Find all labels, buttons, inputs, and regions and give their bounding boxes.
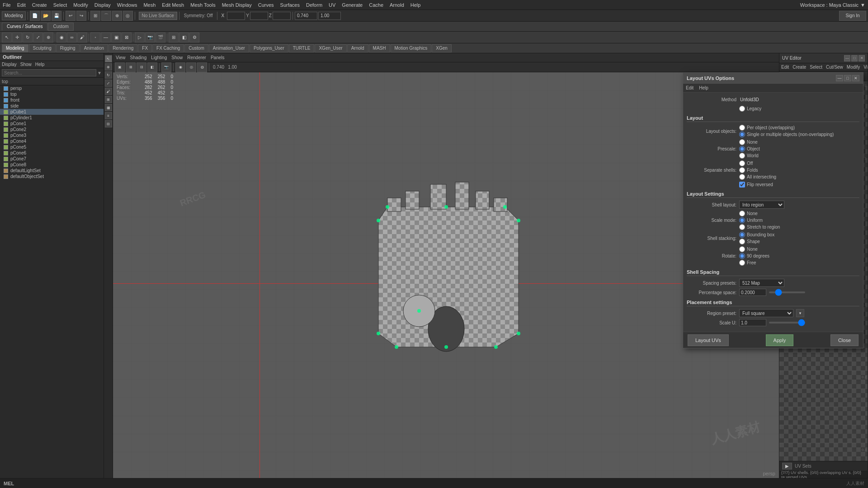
lasso-btn[interactable]: ∞ (67, 33, 77, 42)
radio-single-multiple[interactable]: Single or multiple objects (non-overlapp… (739, 131, 834, 137)
menu-surfaces[interactable]: Surfaces (280, 2, 300, 8)
percentage-space-slider[interactable] (769, 291, 805, 293)
snap-point-btn[interactable]: ⊕ (112, 11, 122, 21)
outliner-item-pcube1[interactable]: pCube1 (0, 109, 104, 115)
vp-menu-view[interactable]: View (116, 55, 126, 60)
component-uv-btn[interactable]: ⊠ (122, 33, 132, 42)
component-face-btn[interactable]: ▣ (111, 33, 121, 42)
dialog-close-btn[interactable]: ✕ (852, 75, 859, 81)
outliner-item-side[interactable]: side (0, 103, 104, 109)
paint-mode-btn[interactable]: 🖌 (105, 88, 112, 95)
vp-menu-renderer[interactable]: Renderer (187, 55, 206, 60)
signin-btn[interactable]: Sign In (839, 11, 866, 21)
universal-tool[interactable]: ⊕ (43, 33, 53, 42)
radio-scale-stretch[interactable]: Stretch to region (739, 224, 780, 230)
radio-scale-stretch-input[interactable] (739, 224, 745, 230)
outliner-menu-help[interactable]: Help (35, 62, 45, 67)
soft-select-btn[interactable]: ◉ (57, 33, 66, 42)
tab-xgen-user[interactable]: XGen_User (315, 44, 346, 52)
layout-uvs-btn[interactable]: Layout UVs (688, 334, 729, 346)
checkbox-flip-input[interactable] (739, 182, 745, 188)
uv-menu-edit[interactable]: Edit (781, 65, 789, 70)
radio-prescale-none-input[interactable] (739, 139, 745, 145)
select-mode-btn[interactable]: ↖ (105, 55, 112, 62)
vp-menu-lighting[interactable]: Lighting (151, 55, 167, 60)
scale-input2[interactable]: 1.00 (318, 12, 341, 20)
menu-file[interactable]: File (3, 2, 11, 8)
move-tool[interactable]: ✛ (12, 33, 22, 42)
tab-polygons-user[interactable]: Polygons_User (250, 44, 288, 52)
vp-icon-4[interactable]: ◧ (147, 62, 157, 72)
search-input[interactable] (2, 69, 96, 76)
menu-curves[interactable]: Curves (258, 2, 274, 8)
menu-create[interactable]: Create (32, 2, 47, 8)
tab-rigging[interactable]: Rigging (56, 44, 80, 52)
uv-menu-view[interactable]: View (863, 65, 868, 70)
vp-shade-3[interactable]: ◍ (197, 62, 207, 72)
uv-editor-maximize[interactable]: □ (851, 55, 858, 61)
menu-arnold[interactable]: Arnold (390, 2, 404, 8)
settings-btn[interactable]: ⚙ (189, 33, 199, 42)
vp-menu-shading[interactable]: Shading (130, 55, 147, 60)
radio-scale-uniform-input[interactable] (739, 217, 745, 223)
dialog-minimize-btn[interactable]: — (836, 75, 843, 81)
radio-per-object-input[interactable] (739, 125, 745, 131)
render-btn[interactable]: 🎬 (156, 33, 165, 42)
uv-menu-create[interactable]: Create (793, 65, 806, 70)
open-btn[interactable]: 📂 (41, 11, 51, 21)
shell-layout-select[interactable]: Into region Entire UV space None (739, 201, 784, 209)
vp-shade-2[interactable]: ◎ (186, 62, 196, 72)
outliner-item-defaultobjectset[interactable]: defaultObjectSet (0, 174, 104, 179)
radio-sep-all-input[interactable] (739, 174, 745, 180)
tab-turtle[interactable]: TURTLE (289, 44, 315, 52)
scale-u-input[interactable] (739, 319, 766, 326)
redo-btn[interactable]: ↪ (76, 11, 86, 21)
radio-stack-bounding-input[interactable] (739, 232, 745, 238)
radio-sep-off-input[interactable] (739, 160, 745, 166)
snap-btn[interactable]: ⊞ (105, 96, 112, 103)
scale-tool[interactable]: ⤢ (33, 33, 43, 42)
tab-fx[interactable]: FX (138, 44, 152, 52)
outliner-item-persp[interactable]: persp (0, 85, 104, 91)
radio-prescale-none[interactable]: None (739, 139, 760, 145)
menu-edit[interactable]: Edit (17, 2, 26, 8)
spacing-presets-select[interactable]: 256 Map 512 Map 1024 Map 2048 Map (739, 279, 784, 287)
vp-shade-1[interactable]: ◉ (175, 62, 185, 72)
uv-editor-close[interactable]: ✕ (859, 55, 865, 61)
outliner-item-top[interactable]: top (0, 91, 104, 97)
radio-scale-none-input[interactable] (739, 211, 745, 216)
menu-mesh-display[interactable]: Mesh Display (222, 2, 252, 8)
radio-prescale-object[interactable]: Object (739, 146, 760, 152)
attr-btn[interactable]: ⊟ (105, 120, 112, 127)
scale-mode-btn[interactable]: ⤢ (105, 80, 112, 87)
close-btn[interactable]: Close (830, 334, 859, 346)
outliner-item-pcone4[interactable]: pCone4 (0, 138, 104, 144)
select-tool[interactable]: ↖ (2, 33, 12, 42)
outliner-item-defaultlightset[interactable]: defaultLightSet (0, 168, 104, 174)
tab-rendering[interactable]: Rendering (108, 44, 137, 52)
tab-arnold[interactable]: Arnold (347, 44, 368, 52)
tab-custom-mode[interactable]: Custom (184, 44, 208, 52)
mode-dropdown[interactable]: Modeling (2, 11, 26, 20)
new-scene-btn[interactable]: 📄 (30, 11, 40, 21)
menu-windows[interactable]: Windows (117, 2, 137, 8)
save-btn[interactable]: 💾 (52, 11, 61, 21)
radio-rotate-none-input[interactable] (739, 246, 745, 252)
outliner-item-pcone8[interactable]: pCone8 (0, 162, 104, 168)
outliner-item-pcone2[interactable]: pCone2 (0, 127, 104, 132)
vp-icon-3[interactable]: ⊟ (137, 62, 146, 72)
snap-live-btn[interactable]: ▷ (135, 33, 145, 42)
radio-sep-off[interactable]: Off (739, 160, 776, 166)
paint-btn[interactable]: 🖌 (77, 33, 87, 42)
radio-stack-bounding[interactable]: Bounding box (739, 232, 774, 238)
outliner-item-pcone1[interactable]: pCone1 (0, 121, 104, 127)
menu-edit-mesh[interactable]: Edit Mesh (162, 2, 184, 8)
radio-prescale-object-input[interactable] (739, 146, 745, 152)
vp-icon-1[interactable]: ▣ (115, 62, 125, 72)
y-input[interactable] (250, 12, 268, 20)
tab-motion-graphics[interactable]: Motion Graphics (391, 44, 432, 52)
scale-input[interactable]: 0.740 (295, 12, 317, 20)
outliner-menu-display[interactable]: Display (2, 62, 17, 67)
menu-generate[interactable]: Generate (342, 2, 363, 8)
outliner-menu-show[interactable]: Show (20, 62, 32, 67)
